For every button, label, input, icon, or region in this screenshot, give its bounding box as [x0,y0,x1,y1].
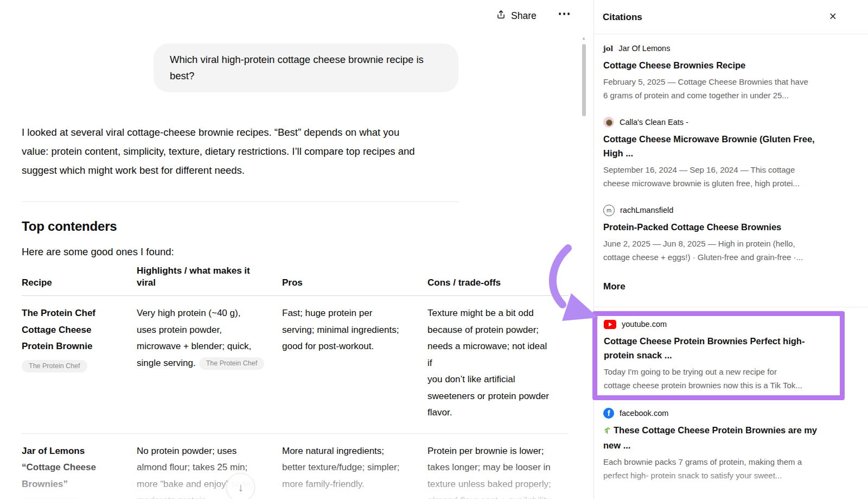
section-divider [22,201,458,202]
citation-callas-clean-eats[interactable]: Calla's Clean Eats - Cottage Cheese Micr… [603,116,845,190]
citation-title: Protein-Packed Cottage Cheese Brownies [603,220,845,234]
citation-rachlmansfield[interactable]: m rachLmansfield Protein-Packed Cottage … [603,204,845,264]
user-message-text: Which viral high-protein cottage cheese … [170,54,424,81]
citation-source: Jar Of Lemons [618,44,670,53]
share-label: Share [511,10,537,22]
source-badge[interactable]: The Protein Chef [199,357,265,370]
user-message-bubble: Which viral high-protein cottage cheese … [154,43,458,92]
section-heading: Top contenders [22,219,117,234]
comparison-table: Recipe Highlights / what makes it viral … [22,265,569,499]
table-header-cons: Cons / trade-offs [427,277,569,296]
citation-source: Calla's Clean Eats - [620,118,688,127]
citation-source: youtube.com [622,320,667,329]
app-window: Share ⋯ Which viral high-protein cottage… [0,0,868,499]
chat-area: Share ⋯ Which viral high-protein cottage… [0,0,593,499]
rachlmansfield-favicon: m [603,205,615,216]
table-header-highlights: Highlights / what makes it viral [137,265,282,296]
table-header-pros: Pros [282,277,427,296]
citation-snippet: September 16, 2024 — Sep 16, 2024 — This… [603,163,845,190]
citation-facebook[interactable]: f facebook.com These Cottage Cheese Prot… [603,407,845,482]
scroll-to-bottom-button[interactable]: ↓ [226,473,255,499]
close-icon[interactable]: × [829,9,837,24]
table-row-2-pros: More natural ingredients; better texture… [282,434,427,499]
more-options-button[interactable]: ⋯ [558,7,571,20]
citation-title: Cottage Cheese Microwave Brownie (Gluten… [603,132,845,160]
table-row-2-highlights: No protein powder; uses almond flour; ta… [137,434,282,499]
herb-leaf-icon [603,424,611,438]
citation-youtube[interactable]: youtube.com Cottage Cheese Protein Brown… [604,318,835,392]
table-row-1-pros: Fast; huge protein per serving; minimal … [282,296,427,434]
youtube-icon [604,320,616,329]
share-button[interactable]: Share [496,9,537,22]
facebook-icon: f [603,408,614,419]
citation-snippet: Each brownie packs 7 grams of protein, m… [603,455,845,482]
citation-snippet: February 5, 2025 — Cottage Cheese Browni… [603,75,845,102]
source-badge[interactable]: The Protein Chef [22,360,87,372]
table-row-1-highlights: Very high protein (~40 g), uses protein … [137,296,282,434]
citations-panel-header: Citations × [594,0,868,34]
callas-clean-eats-favicon [603,117,614,128]
jar-of-lemons-favicon: jol [603,45,613,53]
citation-snippet: June 2, 2025 — Jun 8, 2025 — High in pro… [603,237,845,264]
citation-snippet: Today I'm going to be trying out a new r… [604,365,835,392]
chat-scrollbar-thumb[interactable] [582,44,586,116]
table-row-2-recipe: Jar of Lemons “Cottage Cheese Brownies” … [22,434,137,499]
highlight-annotation-box: youtube.com Cottage Cheese Protein Brown… [592,311,845,400]
assistant-intro-paragraph: I looked at several viral cottage-cheese… [22,123,461,180]
table-row-1-cons: Texture might be a bit odd because of pr… [427,296,569,434]
citation-title: Cottage Cheese Protein Brownies Perfect … [604,334,835,362]
more-section-label[interactable]: More [603,281,845,292]
citation-title: Cottage Cheese Brownies Recipe [603,58,845,72]
citation-source: facebook.com [620,409,668,418]
share-icon [496,9,506,22]
panel-divider [593,307,868,307]
citations-list: jol Jar Of Lemons Cottage Cheese Brownie… [594,34,868,482]
citation-source: rachLmansfield [620,206,673,214]
section-intro: Here are some good ones I found: [22,246,174,258]
citation-jar-of-lemons[interactable]: jol Jar Of Lemons Cottage Cheese Brownie… [603,42,845,102]
scrollbar-up-arrow-icon[interactable]: ▲ [581,36,586,41]
arrow-down-icon: ↓ [238,481,244,494]
table-row-2-cons: Protein per brownie is lower; takes long… [427,434,569,499]
citation-title: These Cottage Cheese Protein Brownies ar… [603,423,845,452]
table-header-recipe: Recipe [22,277,137,296]
citations-panel: Citations × jol Jar Of Lemons Cottage Ch… [593,0,868,499]
table-row-1-recipe: The Protein Chef Cottage Cheese Protein … [22,296,137,434]
ellipsis-icon: ⋯ [558,6,571,21]
citations-title: Citations [603,12,642,23]
